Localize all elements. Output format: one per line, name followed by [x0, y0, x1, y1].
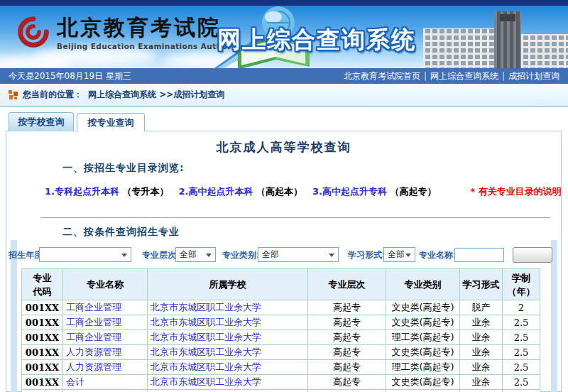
- level-cell: 高起专: [308, 360, 386, 375]
- search-button[interactable]: [513, 247, 552, 263]
- category-cell: 文史类(高起专): [386, 345, 460, 360]
- nav-separator: |: [424, 71, 427, 81]
- major-code-cell: 001XX: [22, 315, 63, 330]
- major-name-link[interactable]: 工商企业管理: [63, 330, 148, 345]
- study-form-cell: 脱产: [460, 300, 503, 315]
- top-nav-link-0[interactable]: 北京教育考试院首页: [344, 71, 420, 81]
- duration-cell: 2.5: [503, 315, 540, 330]
- table-row: 001XX会计北京市东城区职工业余大学高起专文史类(高起专)业余2.5: [22, 375, 540, 390]
- study-form-cell: 业余: [460, 360, 503, 375]
- level-cell: 高起专: [308, 345, 386, 360]
- brand-block: 北京教育考试院 Beijing Education Examinations A…: [17, 16, 243, 50]
- today-date: 今天是2015年08月19日 星期三: [9, 70, 131, 82]
- tab-by-major[interactable]: 按专业查询: [77, 113, 145, 131]
- study-form-cell: 业余: [460, 315, 503, 330]
- col-header-0: 专业 代码: [22, 269, 63, 300]
- tab-by-school[interactable]: 按学校查询: [9, 112, 74, 131]
- year-select[interactable]: [39, 247, 131, 262]
- chevron-down-icon: [206, 254, 212, 257]
- building-left-wing: [423, 28, 494, 68]
- empty-cell: [63, 390, 148, 392]
- top-strip: [0, 0, 568, 6]
- col-header-5: 学习形式: [460, 269, 503, 300]
- empty-cell: [22, 390, 63, 392]
- major-code-cell: 001XX: [22, 360, 63, 375]
- major-code-cell: 001XX: [22, 345, 63, 360]
- duration-cell: 2.5: [503, 360, 540, 375]
- building-tower: [494, 11, 521, 68]
- study-form-select-value: 全部: [388, 249, 405, 259]
- date-bar: 今天是2015年08月19日 星期三 北京教育考试院首页|网上综合查询系统|成招…: [0, 68, 568, 84]
- level-cell: 高起专: [308, 330, 386, 345]
- study-form-cell: 业余: [460, 330, 503, 345]
- study-form-cell: 业余: [460, 375, 503, 390]
- major-name-link[interactable]: 会计: [63, 375, 148, 390]
- duration-cell: 2: [503, 300, 540, 315]
- col-header-1: 专业名称: [63, 269, 148, 300]
- chevron-down-icon: [121, 254, 127, 257]
- category-cell: 理工类(高起专): [386, 360, 460, 375]
- level-select-value: 全部: [180, 249, 197, 259]
- level-cell: 高起专: [308, 300, 386, 315]
- category-cell: 文史类(高起专): [386, 300, 460, 315]
- chevron-down-icon: [405, 254, 411, 257]
- level-label: 专业层次:: [142, 248, 180, 263]
- panel-left-strip: [11, 240, 17, 392]
- category-cell: 文史类(高起专): [386, 375, 460, 390]
- level-select[interactable]: 全部: [175, 247, 216, 262]
- category-label: 专业类别:: [222, 248, 260, 263]
- catalog-link-suffix: （高起专）: [387, 186, 437, 197]
- school-name-link[interactable]: 北京市东城区职工业余大学: [148, 360, 308, 375]
- major-code-cell: 001XX: [22, 330, 63, 345]
- col-header-3: 专业层次: [308, 269, 386, 300]
- duration-cell: 2.5: [503, 375, 540, 390]
- major-code-cell: 001XX: [22, 375, 63, 390]
- major-name-link[interactable]: 人力资源管理: [63, 345, 148, 360]
- major-code-cell: 001XX: [22, 300, 63, 315]
- school-name-link[interactable]: 北京市东城区职工业余大学: [148, 300, 308, 315]
- catalog-link-2[interactable]: 2.高中起点升本科: [179, 186, 253, 197]
- major-name-link[interactable]: 工商企业管理: [63, 300, 148, 315]
- school-name-link[interactable]: 北京市东城区职工业余大学: [148, 345, 308, 360]
- catalog-link-suffix: （专升本）: [119, 186, 169, 197]
- catalog-note[interactable]: * 有关专业目录的说明: [471, 186, 562, 197]
- col-header-6: 学制 （年）: [503, 269, 540, 300]
- beea-logo-icon: [17, 16, 50, 48]
- study-form-select[interactable]: 全部: [383, 247, 415, 262]
- major-name-link[interactable]: 工商企业管理: [63, 315, 148, 330]
- catalog-link-1[interactable]: 1.专科起点升本科: [45, 186, 119, 197]
- empty-cell: [308, 390, 386, 392]
- catalog-link-3[interactable]: 3.高中起点升专科: [312, 186, 387, 197]
- chevron-down-icon: [329, 254, 334, 257]
- top-nav-link-1[interactable]: 网上综合查询系统: [430, 71, 498, 81]
- school-name-link[interactable]: 北京市东城区职工业余大学: [148, 375, 308, 390]
- divider: [40, 217, 550, 218]
- empty-cell: [460, 390, 503, 392]
- category-select[interactable]: 全部: [258, 247, 339, 262]
- nav-separator: |: [502, 71, 505, 81]
- top-nav-links: 北京教育考试院首页|网上综合查询系统|成招计划查询: [344, 70, 559, 82]
- major-name-input[interactable]: [454, 248, 504, 262]
- breadcrumb-grid-icon: [9, 90, 18, 99]
- top-nav-link-2[interactable]: 成招计划查询: [508, 71, 559, 81]
- major-name-link[interactable]: 人力资源管理: [63, 360, 148, 375]
- col-header-4: 专业类别: [386, 269, 460, 300]
- panel-right-strip: [551, 240, 557, 392]
- school-name-link[interactable]: 北京市东城区职工业余大学: [148, 315, 308, 330]
- plan-results-table: 专业 代码专业名称所属学校专业层次专业类别学习形式学制 （年） 001XX工商企…: [21, 268, 540, 392]
- study-form-cell: 业余: [460, 345, 503, 360]
- breadcrumb-path: 网上综合查询系统 >>成招计划查询: [88, 89, 224, 101]
- empty-cell: [148, 390, 308, 392]
- school-name-link[interactable]: 北京市东城区职工业余大学: [148, 330, 308, 345]
- section2-heading: 二、按条件查询招生专业: [62, 226, 180, 239]
- level-cell: 高起专: [308, 315, 386, 330]
- level-cell: 高起专: [308, 375, 386, 390]
- breadcrumb: 您当前的位置： 网上综合查询系统 >>成招计划查询: [0, 84, 568, 107]
- section1-heading: 一、按招生专业目录浏览:: [62, 162, 185, 175]
- major-name-label: 专业名称:: [419, 248, 457, 263]
- table-row: 001XX人力资源管理北京市东城区职工业余大学高起专理工类(高起专)业余2.5: [22, 360, 540, 375]
- empty-cell: [386, 390, 460, 392]
- catalog-links: 1.专科起点升本科 （专升本）2.高中起点升本科 （高起本）3.高中起点升专科 …: [45, 185, 562, 198]
- category-select-value: 全部: [262, 249, 279, 259]
- table-row: 001XX工商企业管理北京市东城区职工业余大学高起专文史类(高起专)业余2.5: [22, 315, 540, 330]
